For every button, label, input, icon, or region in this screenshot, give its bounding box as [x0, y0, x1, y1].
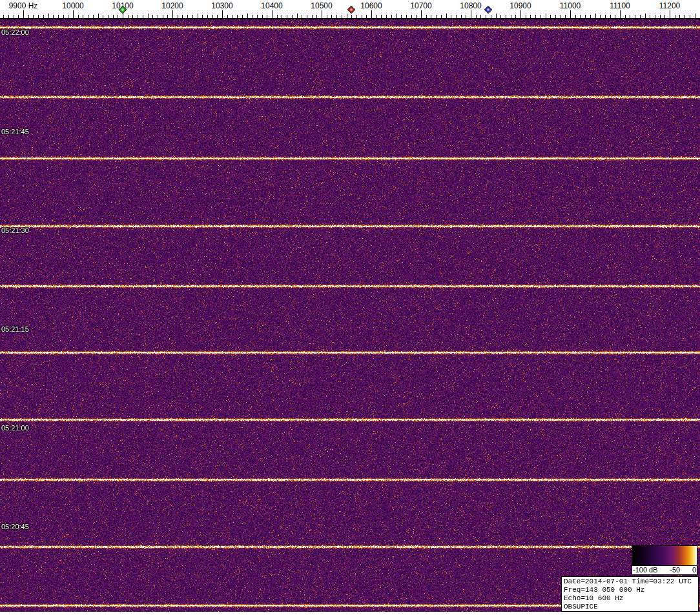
freq-tick — [590, 15, 591, 18]
freq-tick — [207, 15, 208, 18]
info-box: Date=2014-07-01 Time=03:22 UTCFreq=143 0… — [561, 576, 699, 612]
freq-tick — [515, 15, 516, 18]
freq-tick — [312, 15, 313, 18]
freq-tick — [93, 15, 94, 18]
freq-tick — [28, 15, 29, 18]
freq-tick — [526, 15, 526, 18]
time-label: 05:22:00 — [1, 28, 29, 36]
frequency-ruler[interactable]: 9900 Hz100001010010200103001040010500106… — [0, 0, 700, 19]
freq-tick — [635, 15, 635, 18]
freq-tick — [297, 14, 298, 18]
freq-label: 10400 — [261, 1, 282, 10]
freq-tick — [351, 15, 352, 18]
freq-label: 10900 — [510, 1, 531, 10]
freq-tick — [48, 14, 49, 18]
freq-tick — [476, 15, 477, 18]
freq-tick — [520, 10, 521, 18]
freq-tick — [43, 15, 44, 18]
freq-tick — [471, 10, 471, 18]
freq-tick — [406, 15, 407, 18]
spectrogram-canvas[interactable] — [0, 19, 700, 612]
freq-tick — [307, 15, 307, 18]
freq-tick — [511, 15, 511, 18]
freq-tick — [222, 10, 223, 18]
freq-tick — [336, 15, 337, 18]
info-line: Echo=10 600 Hz — [564, 594, 696, 603]
freq-tick — [68, 15, 68, 18]
freq-tick — [172, 10, 173, 18]
freq-label: 10700 — [410, 1, 431, 10]
freq-tick — [292, 15, 293, 18]
freq-tick — [645, 14, 646, 18]
freq-tick — [670, 10, 670, 18]
freq-tick — [605, 15, 606, 18]
freq-tick — [287, 15, 287, 18]
freq-tick — [347, 14, 347, 18]
colorbar-gradient — [632, 545, 697, 566]
freq-tick — [212, 15, 213, 18]
freq-tick — [277, 15, 278, 18]
freq-tick — [73, 10, 74, 18]
freq-tick — [486, 15, 486, 18]
freq-tick — [446, 14, 447, 18]
bottom-margin — [0, 612, 700, 615]
freq-tick — [441, 15, 442, 18]
blue-marker-diamond-icon[interactable] — [484, 6, 493, 14]
freq-tick — [456, 15, 457, 18]
freq-tick — [675, 15, 675, 18]
freq-tick — [362, 15, 362, 18]
freq-tick — [585, 15, 586, 18]
freq-tick — [257, 15, 258, 18]
freq-label: 10300 — [211, 1, 232, 10]
freq-tick — [167, 15, 168, 18]
freq-tick — [615, 15, 615, 18]
freq-label: 9900 Hz — [9, 1, 38, 10]
freq-tick — [113, 15, 114, 18]
freq-tick — [650, 15, 650, 18]
time-label: 05:21:30 — [1, 227, 29, 234]
freq-tick — [679, 15, 680, 18]
freq-tick — [58, 15, 59, 18]
freq-tick — [386, 15, 387, 18]
freq-tick — [53, 15, 54, 18]
freq-tick — [108, 15, 108, 18]
freq-tick — [664, 15, 665, 18]
freq-tick — [500, 15, 501, 18]
freq-tick — [565, 15, 566, 18]
info-line: Date=2014-07-01 Time=03:22 UTC — [564, 578, 696, 586]
freq-tick — [655, 15, 655, 18]
freq-tick — [401, 15, 402, 18]
red-marker-diamond-icon[interactable] — [347, 6, 356, 14]
freq-tick — [506, 15, 506, 18]
freq-tick — [371, 10, 372, 18]
freq-tick — [143, 15, 143, 18]
freq-tick — [535, 15, 536, 18]
freq-tick — [436, 15, 437, 18]
freq-tick — [83, 15, 83, 18]
freq-tick — [33, 15, 34, 18]
freq-tick — [158, 15, 158, 18]
freq-tick — [247, 14, 248, 18]
freq-tick — [540, 15, 541, 18]
freq-tick — [14, 15, 14, 18]
spectrogram-area[interactable]: 05:22:0005:21:4505:21:3005:21:1505:21:00… — [0, 19, 700, 612]
freq-tick — [610, 15, 611, 18]
freq-tick — [262, 15, 263, 18]
freq-label: 10800 — [460, 1, 481, 10]
freq-tick — [466, 15, 466, 18]
freq-tick — [381, 15, 382, 18]
freq-tick — [580, 15, 581, 18]
freq-tick — [217, 15, 218, 18]
colorbar: -100 dB -50 0 — [632, 545, 697, 575]
freq-tick — [103, 15, 103, 18]
freq-tick — [570, 10, 571, 18]
freq-tick — [426, 15, 427, 18]
freq-tick — [227, 15, 228, 18]
freq-tick — [575, 15, 576, 18]
freq-tick — [376, 15, 377, 18]
freq-tick — [690, 15, 690, 18]
colorbar-label-max: 0 — [692, 566, 696, 574]
freq-tick — [192, 15, 193, 18]
freq-tick — [561, 15, 561, 18]
freq-tick — [546, 14, 546, 18]
